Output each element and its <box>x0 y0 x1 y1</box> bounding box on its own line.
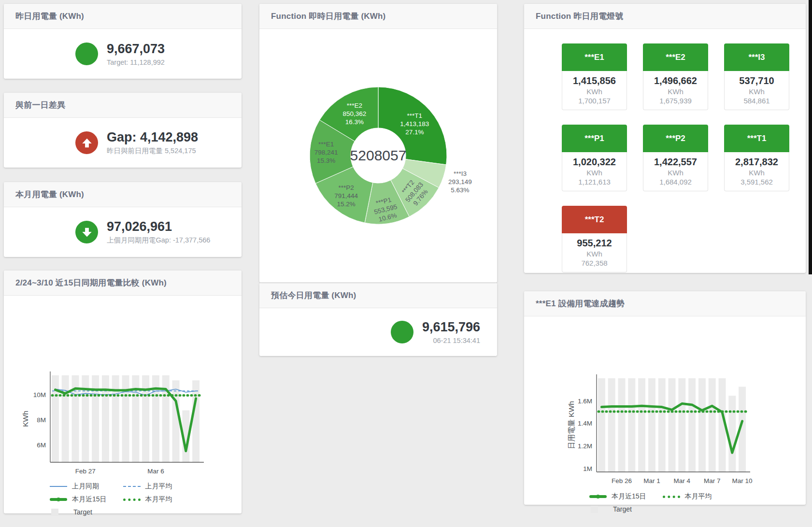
tile-unit: KWh <box>563 87 626 96</box>
status-circle-green <box>391 321 413 343</box>
estimate-value: 9,615,796 <box>422 320 480 335</box>
status-tile-t1[interactable]: ***T1 2,817,832 KWh 3,591,562 <box>724 125 789 191</box>
realtime-usage-donut: ***T11,413,18327.1%***I3293,1495.63%***T… <box>259 29 497 285</box>
tile-unit: KWh <box>563 169 626 177</box>
gap-stat: Gap: 4,142,898 昨日與前日用電量 5,524,175 <box>107 130 198 156</box>
legend-item-this-month[interactable]: 本月近15日 <box>589 492 646 501</box>
legend-item-this-month-avg[interactable]: 本月平均 <box>663 492 712 501</box>
estimate-card-title: 預估今日用電量 (KWh) <box>271 290 356 301</box>
card-yesterday-header: 昨日用電量 (KWh) <box>4 4 242 29</box>
target-bar <box>122 375 129 462</box>
target-bar <box>658 378 666 472</box>
y-tick-label: 1M <box>583 465 592 472</box>
comparison-chart-header: 2/24~3/10 近15日同期用電量比較 (KWh) <box>4 271 242 296</box>
trend-card-title: ***E1 設備用電達成趨勢 <box>536 298 625 309</box>
month-sub: 上個月同期用電Gap: -17,377,566 <box>107 236 210 245</box>
comparison-chart-title: 2/24~3/10 近15日同期用電量比較 (KWh) <box>15 277 167 288</box>
green-line-swatch <box>589 495 607 498</box>
y-tick-label: 10M <box>33 391 46 399</box>
status-circle-green <box>75 43 98 65</box>
legend-item-last-month-avg[interactable]: 上月平均 <box>123 482 172 491</box>
y-tick-label: 1.2M <box>578 442 592 450</box>
target-bar <box>638 378 645 472</box>
tile-target: 1,675,939 <box>644 97 707 105</box>
target-bar <box>102 375 109 462</box>
card-month-usage: 本月用電量 (KWh) 97,026,961 上個月同期用電Gap: -17,3… <box>4 182 242 257</box>
status-tile-p2[interactable]: ***P2 1,422,557 KWh 1,684,092 <box>643 125 708 191</box>
tile-unit: KWh <box>726 169 788 177</box>
card-month-title: 本月用電量 (KWh) <box>15 189 84 200</box>
lights-card-header: Function 昨日用電燈號 <box>524 4 806 29</box>
status-tile-p1[interactable]: ***P1 1,020,322 KWh 1,121,613 <box>562 125 627 191</box>
tile-unit: KWh <box>644 169 707 177</box>
target-bar <box>678 378 685 472</box>
month-stat: 97,026,961 上個月同期用電Gap: -17,377,566 <box>107 219 210 245</box>
y-axis-label: KWh <box>21 411 29 427</box>
card-gap-body: Gap: 4,142,898 昨日與前日用電量 5,524,175 <box>4 118 242 168</box>
status-tiles: ***E1 1,415,856 KWh 1,700,157 ***E2 1,49… <box>524 29 806 272</box>
donut-label: ***I3293,1495.63% <box>448 170 472 194</box>
pie-card-header: Function 即時日用電量 (KWh) <box>259 4 497 29</box>
pie-card-title: Function 即時日用電量 (KWh) <box>271 11 385 22</box>
yesterday-stat: 9,667,073 Target: 11,128,992 <box>107 42 165 66</box>
card-e1-trend: ***E1 設備用電達成趨勢 1M1.2M1.4M1.6M日用電量 KWhFeb… <box>524 291 806 505</box>
tile-value: 955,212 <box>563 238 626 249</box>
target-bar <box>688 378 696 472</box>
card-realtime-pie: Function 即時日用電量 (KWh) ***T11,413,18327.1… <box>259 4 497 283</box>
card-gap-header: 與前一日差異 <box>4 93 242 118</box>
y-tick-label: 6M <box>37 442 46 449</box>
target-swatch <box>591 506 598 513</box>
line-chart-svg: 6M8M10MKWhFeb 27Mar 6 <box>4 296 242 475</box>
scrollbar[interactable] <box>809 0 812 274</box>
tile-value: 1,422,557 <box>644 157 707 168</box>
status-tile-e2[interactable]: ***E2 1,496,662 KWh 1,675,939 <box>643 43 708 110</box>
card-yesterday-usage: 昨日用電量 (KWh) 9,667,073 Target: 11,128,992 <box>4 4 242 79</box>
tile-value: 1,020,322 <box>563 157 626 168</box>
tile-target: 1,684,092 <box>644 178 707 186</box>
x-tick-label: Feb 26 <box>612 477 632 484</box>
y-tick-label: 8M <box>37 416 46 424</box>
x-tick-label: Mar 6 <box>147 468 164 475</box>
up-arrow-icon <box>75 131 98 154</box>
legend-item-target[interactable]: Target <box>589 505 646 513</box>
blue-dash-swatch <box>123 486 141 487</box>
legend-item-this-month-avg[interactable]: 本月平均 <box>123 495 172 504</box>
status-tile-e1[interactable]: ***E1 1,415,856 KWh 1,700,157 <box>562 43 627 110</box>
card-yesterday-body: 9,667,073 Target: 11,128,992 <box>4 29 242 79</box>
y-tick-label: 1.4M <box>578 420 592 427</box>
card-comparison-chart: 2/24~3/10 近15日同期用電量比較 (KWh) 6M8M10MKWhFe… <box>4 271 242 513</box>
x-tick-label: Mar 7 <box>704 477 721 484</box>
trend-card-header: ***E1 設備用電達成趨勢 <box>524 291 806 316</box>
estimate-card-body: 9,615,796 06-21 15:34:41 <box>259 308 497 356</box>
legend-item-target[interactable]: Target <box>50 508 107 516</box>
target-bar <box>608 378 615 472</box>
estimate-timestamp: 06-21 15:34:41 <box>422 337 480 344</box>
tile-value: 1,496,662 <box>644 75 707 86</box>
y-tick-label: 1.6M <box>578 398 592 405</box>
legend-item-last-month[interactable]: 上月同期 <box>50 482 107 491</box>
target-bar <box>598 378 605 472</box>
target-bar <box>172 380 180 462</box>
card-month-body: 97,026,961 上個月同期用電Gap: -17,377,566 <box>4 207 242 257</box>
gap-sub: 昨日與前日用電量 5,524,175 <box>107 146 198 156</box>
y-axis-label: 日用電量 KWh <box>567 401 575 449</box>
status-tile-t2[interactable]: ***T2 955,212 KWh 762,358 <box>562 206 627 272</box>
legend-item-this-month[interactable]: 本月近15日 <box>50 495 107 504</box>
dashboard: 昨日用電量 (KWh) 9,667,073 Target: 11,128,992… <box>0 0 812 527</box>
x-tick-label: Mar 10 <box>732 477 753 484</box>
target-bar <box>52 375 59 462</box>
lights-card-title: Function 昨日用電燈號 <box>536 11 623 22</box>
estimate-card-header: 預估今日用電量 (KWh) <box>259 283 497 308</box>
x-tick-label: Feb 27 <box>75 468 96 475</box>
month-value: 97,026,961 <box>107 219 210 234</box>
tile-value: 1,415,856 <box>563 75 626 86</box>
status-tile-i3[interactable]: ***I3 537,710 KWh 584,861 <box>724 43 789 110</box>
target-bar <box>728 396 736 472</box>
target-bar <box>648 378 655 472</box>
tile-target: 1,121,613 <box>563 178 626 186</box>
green-line-swatch <box>50 498 67 501</box>
target-bar <box>62 375 69 462</box>
tile-value: 2,817,832 <box>726 157 788 168</box>
donut-svg: ***T11,413,18327.1%***I3293,1495.63%***T… <box>259 29 497 283</box>
target-bar <box>669 378 676 472</box>
